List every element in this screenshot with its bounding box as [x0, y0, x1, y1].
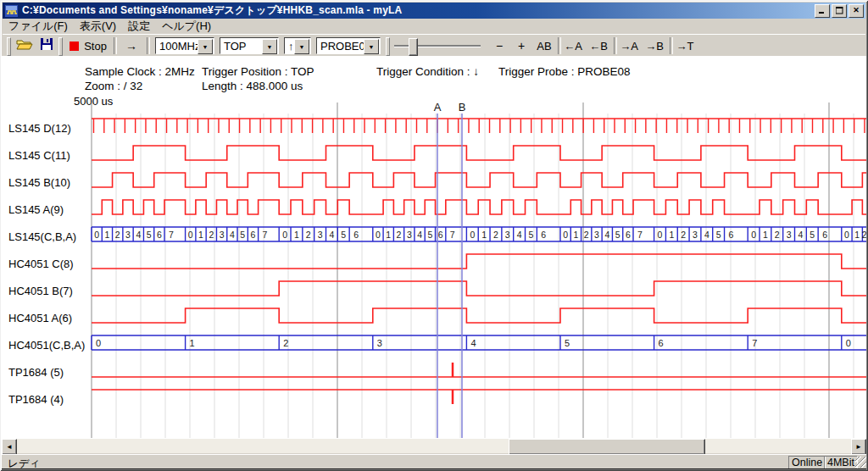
window-title: C:¥Documents and Settings¥noname¥デスクトップ¥… — [22, 3, 815, 18]
sample-clock-value: 100MHz — [159, 40, 200, 53]
save-file-button[interactable] — [36, 36, 57, 55]
menu-settings[interactable]: 設定 — [122, 18, 156, 35]
goto-cursor-a-right-button[interactable]: →A — [618, 36, 640, 55]
trigger-probe-info: Trigger Probe : PROBE08 — [498, 65, 631, 78]
horizontal-scrollbar[interactable]: ◄ ► — [2, 439, 866, 453]
channel-label: TP1684 (5) — [8, 366, 64, 379]
channel-label: LS145 C(11) — [8, 149, 70, 162]
goto-trigger-button[interactable]: →T — [674, 36, 696, 55]
zoom-ab-button[interactable]: AB — [533, 36, 555, 55]
toolbar-grip[interactable] — [7, 37, 11, 56]
toolbar-separator — [670, 37, 673, 54]
sample-clock-combo[interactable]: 100MHz ▼ — [155, 37, 214, 54]
stop-button[interactable]: Stop — [67, 36, 109, 55]
trigger-edge-combo[interactable]: ↑ ▼ — [284, 37, 311, 54]
app-icon — [5, 4, 19, 18]
trigger-probe-combo[interactable]: PROBE00 ▼ — [316, 37, 381, 54]
trigger-position-value: TOP — [224, 40, 247, 53]
minimize-button[interactable] — [815, 4, 830, 18]
open-file-button[interactable] — [14, 36, 35, 55]
scrollbar-thumb[interactable] — [509, 439, 705, 455]
sample-clock-info: Sample Clock : 2MHz — [85, 65, 195, 78]
status-online-badge: Online — [788, 456, 826, 469]
chevron-down-icon[interactable]: ▼ — [294, 39, 309, 54]
toolbar: Stop → 100MHz ▼ TOP ▼ ↑ ▼ PROBE00 ▼ − + … — [3, 34, 865, 58]
channel-label: TP1684 (4) — [8, 393, 64, 406]
menu-file[interactable]: ファイル(F) — [3, 18, 74, 35]
menu-view[interactable]: 表示(V) — [74, 18, 122, 35]
toolbar-separator — [147, 37, 150, 54]
toolbar-separator — [558, 37, 561, 54]
left-triangle-icon: ◄ — [6, 443, 13, 451]
title-bar: C:¥Documents and Settings¥noname¥デスクトップ¥… — [3, 3, 865, 19]
goto-cursor-a-left-button[interactable]: ←A — [562, 36, 584, 55]
toolbar-grip[interactable] — [386, 37, 390, 56]
application-window: { "window": { "title": "C:¥Documents and… — [0, 0, 868, 471]
close-button[interactable]: ✕ — [849, 4, 864, 18]
chevron-down-icon[interactable]: ▼ — [364, 39, 379, 54]
right-triangle-icon: ► — [855, 443, 862, 451]
channel-label: HC4051 A(6) — [8, 312, 72, 324]
goto-cursor-b-right-button[interactable]: →B — [643, 36, 665, 55]
zoom-in-button[interactable]: + — [511, 36, 531, 55]
trigger-condition-info: Trigger Condition : ↓ — [376, 65, 479, 78]
channel-label: LS145 A(9) — [8, 203, 64, 216]
channel-label: LS145 B(10) — [8, 176, 70, 189]
channel-label: HC4051 C(8) — [8, 258, 74, 270]
window-controls: ✕ — [815, 4, 864, 18]
zoom-out-button[interactable]: − — [489, 36, 509, 55]
toolbar-separator — [614, 37, 617, 54]
run-button[interactable]: → — [120, 36, 143, 55]
stop-square-icon — [70, 42, 79, 51]
channel-label: HC4051 B(7) — [8, 285, 73, 297]
floppy-save-icon — [41, 38, 53, 53]
trigger-position-combo[interactable]: TOP ▼ — [220, 37, 279, 54]
zoom-slider-thumb[interactable] — [409, 38, 418, 56]
menu-help[interactable]: ヘルプ(H) — [156, 18, 217, 35]
waveform-panel — [2, 56, 866, 439]
maximize-button[interactable] — [832, 4, 847, 18]
channel-label: LS145 D(12) — [8, 122, 71, 135]
zoom-slider-track[interactable] — [394, 45, 481, 47]
channel-label: LS145(C,B,A) — [8, 230, 76, 243]
time-ruler-label: 5000 us — [74, 95, 113, 108]
toolbar-separator — [114, 37, 117, 54]
open-folder-icon — [16, 38, 33, 53]
right-arrow-run-icon: → — [125, 39, 137, 53]
channel-label: HC4051(C,B,A) — [8, 339, 85, 352]
scroll-left-button[interactable]: ◄ — [2, 439, 17, 455]
status-bar: レディ Online 4MBit — [2, 454, 866, 469]
status-memory-badge: 4MBit — [824, 456, 858, 469]
menu-bar: ファイル(F) 表示(V) 設定 ヘルプ(H) — [3, 19, 865, 34]
scroll-right-button[interactable]: ► — [851, 439, 866, 455]
zoom-info: Zoom : / 32 — [85, 80, 142, 92]
length-info: Length : 488.000 us — [202, 80, 303, 92]
chevron-down-icon[interactable]: ▼ — [198, 39, 213, 54]
stop-label: Stop — [84, 40, 107, 53]
resize-grip[interactable] — [855, 457, 866, 468]
trigger-edge-value: ↑ — [288, 40, 294, 53]
toolbar-grip[interactable] — [58, 37, 63, 56]
trigger-position-info: Trigger Position : TOP — [202, 65, 314, 78]
goto-cursor-b-left-button[interactable]: ←B — [587, 36, 609, 55]
chevron-down-icon[interactable]: ▼ — [262, 39, 277, 54]
